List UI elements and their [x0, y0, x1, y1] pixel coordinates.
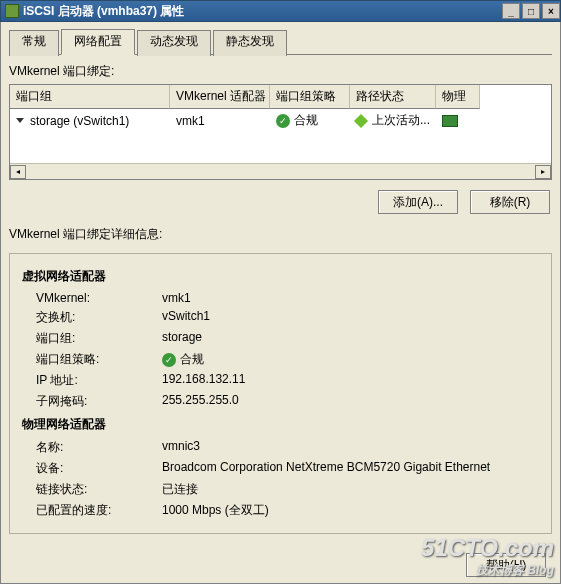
k-switch: 交换机:	[22, 309, 162, 326]
scroll-right-icon[interactable]: ▸	[535, 165, 551, 179]
help-button[interactable]: 帮助(H)	[466, 553, 546, 577]
k-portgroup: 端口组:	[22, 330, 162, 347]
status-ok-icon: ✓	[162, 353, 176, 367]
details-group: 虚拟网络适配器 VMkernel:vmk1 交换机:vSwitch1 端口组:s…	[9, 253, 552, 534]
col-physical[interactable]: 物理	[436, 85, 480, 109]
cell-adapter: vmk1	[170, 109, 270, 132]
app-icon	[5, 4, 19, 18]
tab-static-discovery[interactable]: 静态发现	[213, 30, 287, 56]
k-name: 名称:	[22, 439, 162, 456]
title-bar: iSCSI 启动器 (vmhba37) 属性 _ □ ×	[0, 0, 561, 22]
k-link: 链接状态:	[22, 481, 162, 498]
cell-portgroup: storage (vSwitch1)	[30, 114, 129, 128]
virtual-adapter-title: 虚拟网络适配器	[22, 268, 539, 285]
v-mask: 255.255.255.0	[162, 393, 539, 410]
details-label: VMkernel 端口绑定详细信息:	[9, 226, 552, 243]
table-row[interactable]: storage (vSwitch1) vmk1 ✓ 合规 上次活动...	[10, 109, 551, 132]
add-button[interactable]: 添加(A)...	[378, 190, 458, 214]
v-portgroup: storage	[162, 330, 539, 347]
horizontal-scrollbar[interactable]: ◂ ▸	[10, 163, 551, 179]
v-ip: 192.168.132.11	[162, 372, 539, 389]
col-policy[interactable]: 端口组策略	[270, 85, 350, 109]
nic-icon	[442, 115, 458, 127]
expand-icon	[16, 118, 24, 123]
v-name: vmnic3	[162, 439, 539, 456]
scroll-left-icon[interactable]: ◂	[10, 165, 26, 179]
window-buttons: _ □ ×	[500, 3, 560, 19]
path-status-icon	[354, 113, 368, 127]
cell-path: 上次活动...	[372, 112, 430, 129]
k-device: 设备:	[22, 460, 162, 477]
v-policy: ✓合规	[162, 351, 539, 368]
maximize-button[interactable]: □	[522, 3, 540, 19]
physical-adapter-title: 物理网络适配器	[22, 416, 539, 433]
window-title: iSCSI 启动器 (vmhba37) 属性	[23, 3, 184, 20]
port-binding-label: VMkernel 端口绑定:	[9, 63, 552, 80]
tab-strip: 常规 网络配置 动态发现 静态发现	[9, 28, 552, 55]
remove-button[interactable]: 移除(R)	[470, 190, 550, 214]
v-device: Broadcom Corporation NetXtreme BCM5720 G…	[162, 460, 539, 477]
tab-dynamic-discovery[interactable]: 动态发现	[137, 30, 211, 56]
tab-network-config[interactable]: 网络配置	[61, 29, 135, 55]
grid-header: 端口组 VMkernel 适配器 端口组策略 路径状态 物理	[10, 85, 551, 109]
k-ip: IP 地址:	[22, 372, 162, 389]
binding-grid: 端口组 VMkernel 适配器 端口组策略 路径状态 物理 storage (…	[9, 84, 552, 180]
col-path[interactable]: 路径状态	[350, 85, 436, 109]
col-portgroup[interactable]: 端口组	[10, 85, 170, 109]
k-speed: 已配置的速度:	[22, 502, 162, 519]
tab-general[interactable]: 常规	[9, 30, 59, 56]
v-speed: 1000 Mbps (全双工)	[162, 502, 539, 519]
v-vmkernel: vmk1	[162, 291, 539, 305]
status-ok-icon: ✓	[276, 114, 290, 128]
close-button[interactable]: ×	[542, 3, 560, 19]
dialog-body: 常规 网络配置 动态发现 静态发现 VMkernel 端口绑定: 端口组 VMk…	[0, 22, 561, 584]
v-link: 已连接	[162, 481, 539, 498]
k-policy: 端口组策略:	[22, 351, 162, 368]
k-vmkernel: VMkernel:	[22, 291, 162, 305]
minimize-button[interactable]: _	[502, 3, 520, 19]
k-mask: 子网掩码:	[22, 393, 162, 410]
v-switch: vSwitch1	[162, 309, 539, 326]
cell-policy: 合规	[294, 112, 318, 129]
col-adapter[interactable]: VMkernel 适配器	[170, 85, 270, 109]
